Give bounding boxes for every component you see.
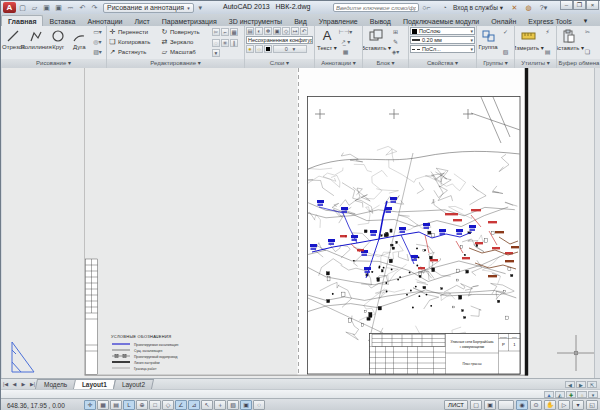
tab-layout[interactable]: Лист xyxy=(129,16,156,26)
help-icon[interactable]: ?▾ xyxy=(538,3,549,13)
quickview-drawings-icon[interactable]: ▣ xyxy=(484,400,496,410)
drawing-canvas[interactable]: Уличные сети Бортрайбаза с коммуникациям… xyxy=(2,68,600,378)
ellipse-tool-icon[interactable]: ◎▾ xyxy=(90,38,105,47)
search-icon[interactable]: ○⌐ xyxy=(421,3,432,13)
tray-menu-icon[interactable]: ▾ xyxy=(588,391,598,398)
autocad-logo-icon[interactable]: A xyxy=(3,2,16,13)
layer-properties-icon[interactable]: ▤ xyxy=(246,27,254,35)
tab-3dtools[interactable]: 3D инструменты xyxy=(223,16,288,26)
offset-icon[interactable]: ∥ xyxy=(230,39,238,47)
fillet-icon[interactable]: ⌐ xyxy=(221,28,229,36)
layer-combo[interactable]: 0 ▾ xyxy=(273,45,307,53)
selection-cycling-toggle[interactable]: ▣ xyxy=(240,400,252,410)
lineweight-combo[interactable]: 0.20 мм▾ xyxy=(410,36,475,44)
clean-screen-icon[interactable]: ◱ xyxy=(586,400,598,410)
showmotion-icon[interactable]: ▷ xyxy=(558,400,570,410)
tab-prev-icon[interactable]: ◀ xyxy=(10,381,19,387)
layer-freeze-icon[interactable]: ❄ xyxy=(264,27,272,35)
tray-settings-icon[interactable]: ☼ xyxy=(577,391,587,398)
layer-off-icon[interactable]: ◐ xyxy=(255,27,263,35)
quick-select-icon[interactable]: ⚡ xyxy=(540,28,555,37)
zoom-status-icon[interactable]: ⊙ xyxy=(530,400,542,410)
vertical-scrollbar[interactable] xyxy=(594,68,600,378)
tab-view[interactable]: Вид xyxy=(288,16,313,26)
hscroll-resize-icon[interactable]: ⇱ xyxy=(587,381,597,388)
move-button[interactable]: ✛Перенести xyxy=(108,27,160,37)
tab-model[interactable]: Модель xyxy=(35,379,76,389)
quickview-layouts-icon[interactable]: ▢ xyxy=(470,400,482,410)
ortho-toggle[interactable]: L xyxy=(123,400,135,410)
group-button[interactable]: Группа xyxy=(478,27,498,58)
sun-icon[interactable]: ☼ xyxy=(255,45,263,53)
layer-match-icon[interactable]: ↦ xyxy=(291,27,299,35)
create-block-icon[interactable]: ⊞ xyxy=(388,28,403,37)
autoscale-icon[interactable]: ✚ xyxy=(566,391,576,398)
trim-icon[interactable]: ✂ xyxy=(212,28,220,36)
steering-wheel-icon[interactable]: ◉ xyxy=(516,400,528,410)
panel-label-draw[interactable]: Рисование ▾ xyxy=(1,59,106,68)
paper-model-toggle[interactable]: ЛИСТ xyxy=(444,400,468,410)
layer-lock-icon[interactable]: ▣ xyxy=(273,27,281,35)
annotation-scale-icon[interactable]: ▲ xyxy=(544,391,554,398)
tab-first-icon[interactable]: |◀ xyxy=(1,381,10,387)
tab-plugins[interactable]: Подключаемые модули xyxy=(397,16,485,26)
panel-label-annotation[interactable]: Аннотации ▾ xyxy=(315,59,362,68)
tab-online[interactable]: Онлайн xyxy=(485,16,522,26)
leader-tool-icon[interactable]: ↗̲ ▾ xyxy=(338,38,353,47)
user-icon[interactable]: ◔ xyxy=(439,3,450,13)
grid-toggle[interactable]: ▤ xyxy=(110,400,122,410)
dyn-input-toggle[interactable]: ↖ xyxy=(201,400,213,410)
viewport-frame[interactable] xyxy=(308,97,521,375)
measure-button[interactable]: Измерить ▾ xyxy=(516,27,540,58)
tab-express-tools[interactable]: Express Tools xyxy=(522,16,577,26)
polyline-button[interactable]: Полилиния xyxy=(25,27,48,58)
tab-layout1[interactable]: Layout1 xyxy=(73,379,116,389)
ducs-toggle[interactable]: ⊿ xyxy=(188,400,200,410)
rotate-button[interactable]: ↻Повернуть xyxy=(160,27,212,37)
layer-prev-icon[interactable]: ↶ xyxy=(300,27,308,35)
layer-state-combo[interactable]: Несохраненная конфигурация сло▾ xyxy=(246,36,313,44)
cut-icon[interactable]: ✂ xyxy=(580,28,595,37)
layer-color-swatch[interactable] xyxy=(264,45,272,53)
panel-label-properties[interactable]: Свойства ▾ xyxy=(409,59,476,68)
workspace-switcher[interactable]: Рисование и аннотация ▾ xyxy=(103,3,194,13)
lineweight-toggle[interactable]: ＋ xyxy=(214,400,226,410)
qat-customize-icon[interactable]: ▾ xyxy=(195,2,206,13)
panel-label-groups[interactable]: Группы ▾ xyxy=(477,59,514,68)
tab-manage[interactable]: Управление xyxy=(313,16,364,26)
tab-annotate[interactable]: Аннотации xyxy=(82,16,129,26)
copy-button[interactable]: ❏Копировать xyxy=(108,37,160,47)
linetype-combo[interactable]: ПоСл...▾ xyxy=(410,45,475,53)
exchange-apps-icon[interactable]: ✕ xyxy=(509,3,520,13)
erase-icon[interactable]: ◌ xyxy=(212,39,220,47)
text-button[interactable]: A Текст ▾ xyxy=(316,27,338,58)
bulb-on-icon[interactable]: ● xyxy=(246,45,254,53)
tab-insert[interactable]: Вставка xyxy=(43,16,81,26)
line-button[interactable]: Отрезок xyxy=(2,27,25,58)
plot-icon[interactable]: ⎓ xyxy=(65,2,76,13)
status-menu-icon[interactable]: ▾ xyxy=(572,400,584,410)
polar-toggle[interactable]: ⊕ xyxy=(136,400,148,410)
otrack-toggle[interactable]: ∠ xyxy=(175,400,187,410)
dimension-tool-icon[interactable]: ⊢⊣▾ xyxy=(338,28,353,37)
mirror-button[interactable]: ⇄Зеркало xyxy=(160,37,212,47)
hatch-tool-icon[interactable]: ▨▾ xyxy=(90,48,105,57)
color-combo[interactable]: ПоСлою▾ xyxy=(410,27,475,35)
osnap-toggle[interactable]: □ xyxy=(149,400,161,410)
signin-menu[interactable]: Вход в службы ▾ xyxy=(453,4,503,12)
tab-layout2[interactable]: Layout2 xyxy=(113,379,154,389)
redo-icon[interactable]: ↷ xyxy=(89,2,100,13)
group-edit-icon[interactable]: ▧ xyxy=(498,48,513,57)
hscroll-right-icon[interactable]: ▶ xyxy=(576,381,586,388)
osnap3d-toggle[interactable]: ◇ xyxy=(162,400,174,410)
hscroll-left-icon[interactable]: ◀ xyxy=(565,381,575,388)
array-icon[interactable]: ▦ xyxy=(230,28,238,36)
stretch-button[interactable]: ↗Растянуть xyxy=(108,47,160,57)
block-attrs-icon[interactable]: ◈▾ xyxy=(388,48,403,57)
communication-center-icon[interactable]: ◍ xyxy=(523,3,534,13)
scale-button[interactable]: ▱Масштаб xyxy=(160,47,212,57)
save-as-icon[interactable]: ▣ xyxy=(53,2,64,13)
insert-block-button[interactable]: Вставить ▾ xyxy=(364,27,388,58)
undo-icon[interactable]: ↶ xyxy=(77,2,88,13)
layer-isolate-icon[interactable]: ◇ xyxy=(282,27,290,35)
